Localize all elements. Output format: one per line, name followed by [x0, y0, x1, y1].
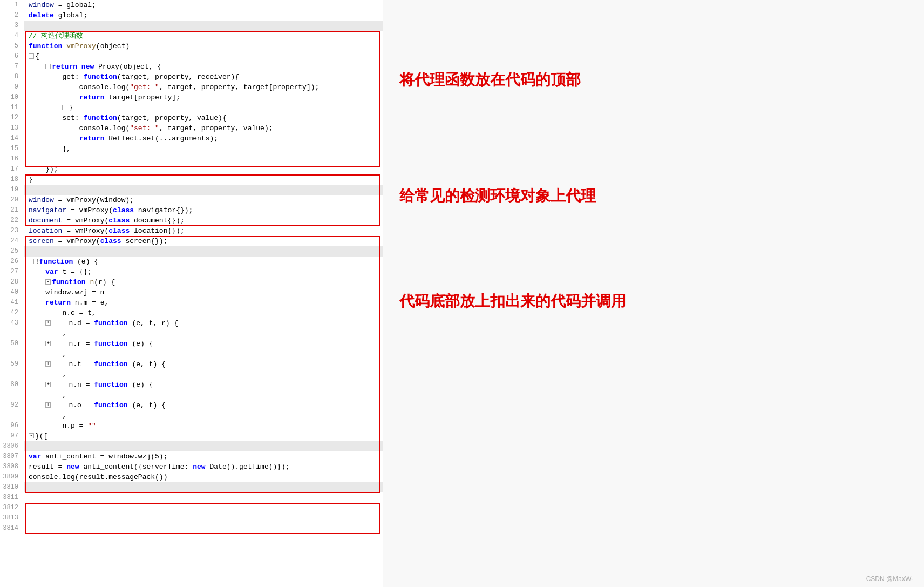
code-line-49-comma: ,	[0, 328, 383, 339]
code-line-10: 10 return target[property];	[0, 92, 383, 103]
code-line-57-comma: ,	[0, 349, 383, 359]
annotation-1: 将代理函数放在代码的顶部	[399, 70, 581, 90]
code-line-5: 5 function vmProxy(object)	[0, 41, 383, 51]
code-line-25: 25	[0, 246, 383, 257]
code-line-3812: 3812	[0, 503, 383, 513]
watermark: CSDN @MaxW-	[866, 575, 913, 583]
code-line-9: 9 console.log("get: ", target, property,…	[0, 82, 383, 92]
code-line-6: 6 -{	[0, 51, 383, 62]
code-line-7: 7 -return new Proxy(object, {	[0, 62, 383, 72]
code-line-2: 2 delete global;	[0, 10, 383, 21]
code-line-11: 11 -}	[0, 103, 383, 113]
code-panel: 1 window = global; 2 delete global; 3 4 …	[0, 0, 383, 587]
code-line-3807: 3807 var anti_content = window.wzj(5);	[0, 451, 383, 462]
code-line-94-comma: ,	[0, 410, 383, 421]
code-line-90-comma: ,	[0, 390, 383, 400]
code-line-23: 23 location = vmProxy(class location{});	[0, 226, 383, 236]
code-line-14: 14 return Reflect.set(...arguments);	[0, 133, 383, 144]
code-line-20: 20 window = vmProxy(window);	[0, 195, 383, 205]
code-line-13: 13 console.log("set: ", target, property…	[0, 123, 383, 133]
code-line-24: 24 screen = vmProxy(class screen{});	[0, 236, 383, 246]
code-line-3811: 3811	[0, 492, 383, 503]
code-line-19: 19	[0, 185, 383, 195]
code-line-22: 22 document = vmProxy(class document{});	[0, 215, 383, 226]
code-line-3808: 3808 result = new anti_content({serverTi…	[0, 462, 383, 472]
annotation-2: 给常见的检测环境对象上代理	[399, 186, 596, 206]
code-line-16: 16	[0, 154, 383, 164]
code-line-59: 59 + n.t = function (e, t) {	[0, 359, 383, 369]
code-line-27: 27 var t = {};	[0, 267, 383, 277]
code-line-17: 17 });	[0, 164, 383, 174]
code-line-28: 28 -function n(r) {	[0, 277, 383, 287]
code-line-40: 40 window.wzj = n	[0, 287, 383, 298]
code-line-42: 42 n.c = t,	[0, 308, 383, 318]
code-line-41: 41 return n.m = e,	[0, 298, 383, 308]
code-line-4: 4 // 构造代理函数	[0, 31, 383, 41]
code-line-3: 3	[0, 21, 383, 31]
code-line-15: 15 },	[0, 144, 383, 154]
code-line-92: 92 + n.o = function (e, t) {	[0, 400, 383, 410]
code-line-8: 8 get: function(target, property, receiv…	[0, 72, 383, 82]
code-line-3814: 3814	[0, 523, 383, 534]
editor-container: 1 window = global; 2 delete global; 3 4 …	[0, 0, 924, 587]
code-line-gap: 3806	[0, 441, 383, 451]
code-line-78-comma: ,	[0, 369, 383, 380]
code-line-50: 50 + n.r = function (e) {	[0, 339, 383, 349]
code-line-26: 26 -!function (e) {	[0, 257, 383, 267]
code-line-3813: 3813	[0, 513, 383, 523]
code-line-12: 12 set: function(target, property, value…	[0, 113, 383, 123]
annotation-3: 代码底部放上扣出来的代码并调用	[399, 292, 626, 311]
code-line-97: 97 -}([	[0, 431, 383, 441]
code-line-43: 43 + n.d = function (e, t, r) {	[0, 318, 383, 328]
code-line-3809: 3809 console.log(result.messagePack())	[0, 472, 383, 482]
code-line-1: 1 window = global;	[0, 0, 383, 10]
annotation-panel: 将代理函数放在代码的顶部 给常见的检测环境对象上代理 代码底部放上扣出来的代码并…	[383, 0, 924, 587]
code-line-96: 96 n.p = ""	[0, 421, 383, 431]
code-line-21: 21 navigator = vmProxy(class navigator{}…	[0, 205, 383, 215]
code-line-3810: 3810	[0, 482, 383, 492]
code-line-18: 18 }	[0, 174, 383, 185]
code-line-80: 80 + n.n = function (e) {	[0, 380, 383, 390]
